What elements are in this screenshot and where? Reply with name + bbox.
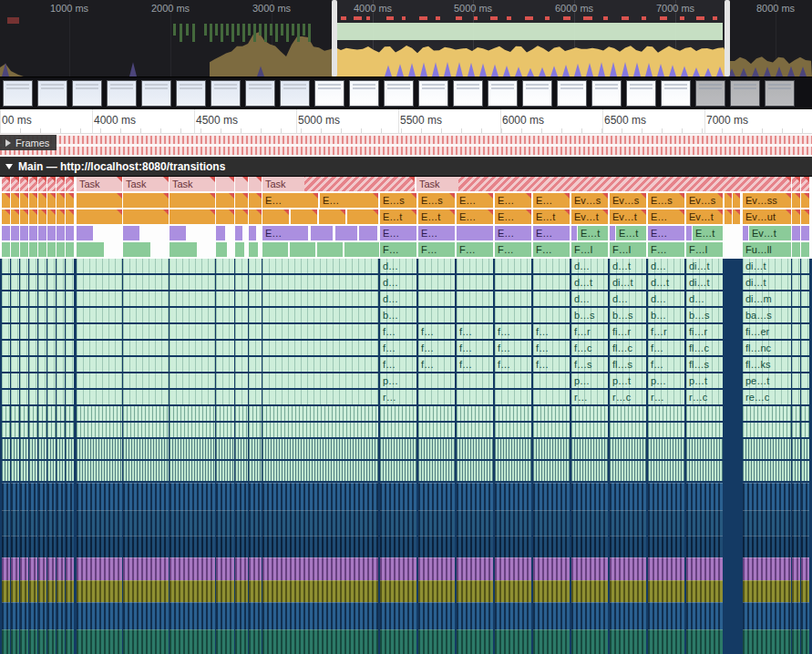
call-frame-bar[interactable]: p… bbox=[380, 373, 416, 388]
event-bar[interactable] bbox=[319, 209, 345, 224]
call-stack-column[interactable] bbox=[235, 259, 248, 654]
screenshot-thumbnail[interactable] bbox=[37, 80, 67, 107]
style-bar[interactable] bbox=[170, 226, 186, 240]
event-bar[interactable]: Ev…s bbox=[571, 193, 608, 208]
call-frame-bar[interactable]: r…c bbox=[686, 390, 723, 404]
call-frame-bar[interactable] bbox=[47, 406, 56, 421]
task-bar[interactable] bbox=[47, 177, 56, 191]
call-frame-bar[interactable] bbox=[29, 341, 37, 355]
call-frame-bar[interactable]: f… bbox=[648, 341, 684, 355]
call-frame-bar[interactable] bbox=[77, 308, 122, 322]
micro-stack-band[interactable] bbox=[380, 439, 416, 459]
deep-stack-band[interactable] bbox=[66, 483, 74, 510]
function-call-bar[interactable]: F… bbox=[418, 242, 455, 257]
deep-stack-band[interactable] bbox=[610, 629, 646, 654]
function-call-bar[interactable] bbox=[29, 242, 37, 257]
deep-stack-band[interactable] bbox=[57, 510, 65, 536]
call-frame-bar[interactable]: b…s bbox=[686, 308, 723, 322]
call-frame-bar[interactable]: r… bbox=[648, 390, 684, 404]
style-bar[interactable] bbox=[11, 226, 19, 240]
micro-stack-band[interactable] bbox=[57, 461, 65, 481]
deep-stack-band[interactable] bbox=[495, 510, 531, 536]
deep-stack-band[interactable] bbox=[235, 510, 248, 536]
call-frame-bar[interactable] bbox=[792, 275, 800, 290]
call-frame-bar[interactable] bbox=[170, 341, 215, 355]
call-frame-bar[interactable] bbox=[801, 291, 809, 306]
deep-stack-band[interactable] bbox=[2, 557, 10, 580]
deep-stack-band[interactable] bbox=[216, 483, 234, 510]
call-frame-bar[interactable] bbox=[29, 275, 37, 290]
call-frame-bar[interactable] bbox=[457, 259, 493, 273]
call-frame-bar[interactable] bbox=[11, 308, 19, 322]
screenshot-thumbnail[interactable] bbox=[72, 80, 102, 107]
call-frame-bar[interactable] bbox=[66, 308, 74, 322]
deep-stack-band[interactable] bbox=[235, 602, 248, 629]
deep-stack-band[interactable] bbox=[610, 602, 646, 629]
deep-stack-band[interactable] bbox=[533, 536, 570, 557]
call-frame-bar[interactable] bbox=[457, 423, 493, 437]
deep-stack-band[interactable] bbox=[792, 580, 800, 602]
deep-stack-band[interactable] bbox=[262, 602, 378, 629]
event-dispatch-bar[interactable]: E…t bbox=[578, 226, 608, 240]
deep-stack-band[interactable] bbox=[262, 510, 378, 536]
deep-stack-band[interactable] bbox=[743, 602, 791, 629]
deep-stack-band[interactable] bbox=[571, 510, 608, 536]
call-stack-column[interactable] bbox=[792, 259, 800, 654]
function-call-bar[interactable] bbox=[262, 242, 288, 257]
call-frame-bar[interactable] bbox=[77, 406, 122, 421]
deep-stack-band[interactable] bbox=[235, 536, 248, 557]
function-call-bar[interactable] bbox=[66, 242, 74, 257]
deep-stack-band[interactable] bbox=[686, 580, 723, 602]
call-frame-bar[interactable]: b…s bbox=[610, 308, 646, 322]
call-frame-bar[interactable] bbox=[262, 291, 378, 306]
call-frame-bar[interactable]: f… bbox=[495, 357, 531, 372]
deep-stack-band[interactable] bbox=[47, 580, 56, 602]
micro-stack-band[interactable] bbox=[533, 461, 570, 481]
function-call-bar[interactable]: F… bbox=[495, 242, 531, 257]
call-frame-bar[interactable]: d… bbox=[648, 259, 684, 273]
call-frame-bar[interactable] bbox=[170, 423, 215, 437]
deep-stack-band[interactable] bbox=[235, 580, 248, 602]
deep-stack-band[interactable] bbox=[380, 602, 416, 629]
call-frame-bar[interactable] bbox=[2, 341, 10, 355]
call-stack-column[interactable] bbox=[170, 259, 215, 654]
task-bar[interactable] bbox=[2, 177, 10, 191]
call-frame-bar[interactable] bbox=[170, 291, 215, 306]
function-call-bar[interactable] bbox=[77, 242, 104, 257]
function-call-bar[interactable] bbox=[792, 242, 800, 257]
call-frame-bar[interactable] bbox=[170, 357, 215, 372]
deep-stack-band[interactable] bbox=[216, 602, 234, 629]
call-frame-bar[interactable] bbox=[47, 357, 56, 372]
deep-stack-band[interactable] bbox=[235, 483, 248, 510]
frames-track-header[interactable]: Frames bbox=[0, 135, 57, 150]
call-frame-bar[interactable] bbox=[235, 341, 248, 355]
call-frame-bar[interactable]: f… bbox=[418, 357, 455, 372]
call-frame-bar[interactable] bbox=[249, 259, 262, 273]
call-frame-bar[interactable] bbox=[249, 308, 262, 322]
call-frame-bar[interactable] bbox=[29, 259, 37, 273]
micro-stack-band[interactable] bbox=[216, 461, 234, 481]
call-frame-bar[interactable] bbox=[792, 390, 800, 404]
call-frame-bar[interactable]: f…s bbox=[571, 357, 608, 372]
style-bar[interactable]: E… bbox=[380, 226, 416, 240]
deep-stack-band[interactable] bbox=[686, 483, 723, 510]
call-frame-bar[interactable] bbox=[11, 259, 19, 273]
call-frame-bar[interactable] bbox=[29, 291, 37, 306]
call-stack-column[interactable]: f…f…f… bbox=[533, 259, 570, 654]
deep-stack-band[interactable] bbox=[38, 536, 46, 557]
call-frame-bar[interactable] bbox=[792, 259, 800, 273]
deep-stack-band[interactable] bbox=[20, 557, 28, 580]
call-frame-bar[interactable]: f… bbox=[380, 357, 416, 372]
call-frame-bar[interactable]: re…c bbox=[743, 390, 791, 404]
deep-stack-band[interactable] bbox=[792, 602, 800, 629]
deep-stack-band[interactable] bbox=[610, 580, 646, 602]
call-frame-bar[interactable] bbox=[11, 406, 19, 421]
call-frame-bar[interactable] bbox=[235, 275, 248, 290]
style-bar[interactable] bbox=[743, 226, 748, 240]
style-bar[interactable] bbox=[571, 226, 577, 240]
call-frame-bar[interactable] bbox=[38, 357, 46, 372]
call-frame-bar[interactable]: r…c bbox=[610, 390, 646, 404]
function-call-bar[interactable] bbox=[20, 242, 28, 257]
call-frame-bar[interactable] bbox=[11, 423, 19, 437]
deep-stack-band[interactable] bbox=[457, 510, 493, 536]
